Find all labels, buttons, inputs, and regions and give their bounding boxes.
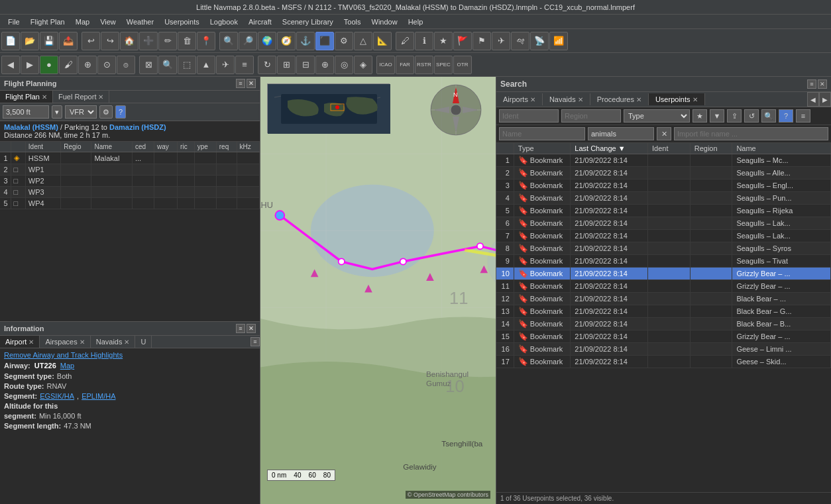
col-khz[interactable]: kHz: [237, 142, 260, 152]
altitude-down-btn[interactable]: ▾: [52, 105, 62, 119]
tab-navaids-close[interactable]: ✕: [124, 338, 129, 346]
map-mode2[interactable]: ◎: [335, 56, 353, 74]
traffic-btn[interactable]: ⊞: [277, 56, 296, 74]
table-row[interactable]: 10 🔖 Bookmark 21/09/2022 8:14 Grizzly Be…: [496, 268, 831, 280]
map-link[interactable]: Map: [60, 362, 74, 370]
col-ident[interactable]: Ident: [25, 142, 61, 152]
new-btn[interactable]: 📄: [1, 32, 20, 50]
view-zoom[interactable]: 🔍: [158, 56, 177, 74]
menu-flightplan[interactable]: Flight Plan: [25, 17, 70, 27]
filter-type-btn[interactable]: ▼: [710, 109, 724, 123]
save-btn[interactable]: 💾: [40, 32, 58, 50]
table-row[interactable]: 5 □ WP4: [0, 198, 260, 209]
segment-link2[interactable]: EPLIM/HA: [82, 392, 115, 400]
online2-btn[interactable]: 📶: [549, 32, 568, 50]
route-btn[interactable]: 📍: [197, 32, 215, 50]
ac-btn[interactable]: ✈: [492, 32, 510, 50]
table-row[interactable]: 5 🔖 Bookmark 21/09/2022 8:14 Seagulls – …: [496, 205, 831, 217]
info-options-btn[interactable]: ≡: [236, 324, 245, 333]
altitude-input[interactable]: [3, 105, 49, 119]
info-close-btn[interactable]: ✕: [247, 324, 256, 333]
table-row[interactable]: 6 🔖 Bookmark 21/09/2022 8:14 Seagulls – …: [496, 217, 831, 230]
rstr-btn[interactable]: RSTR: [415, 56, 433, 74]
tab-fuel-report[interactable]: Fuel Report ✕: [53, 91, 109, 103]
col-last-change[interactable]: Last Change ▼: [571, 143, 648, 154]
speed-btn[interactable]: ⊟: [296, 56, 315, 74]
flag-btn[interactable]: 🚩: [453, 32, 472, 50]
filter-info-btn[interactable]: ?: [779, 109, 793, 123]
green-btn[interactable]: ●: [40, 56, 58, 74]
filter-star-btn[interactable]: ★: [692, 109, 707, 123]
vor-btn[interactable]: ⌾: [117, 56, 135, 74]
flight-type-select[interactable]: VFR IFR: [65, 105, 97, 119]
icao-btn[interactable]: ICAO: [376, 56, 395, 74]
filter-more-btn[interactable]: ≡: [796, 109, 810, 123]
filter-reset-btn[interactable]: ↺: [744, 109, 759, 123]
tags-filter[interactable]: [588, 127, 654, 140]
menu-window[interactable]: Window: [366, 17, 403, 27]
tab-flight-plan-close[interactable]: ✕: [42, 93, 47, 101]
measure-btn[interactable]: 📐: [373, 32, 392, 50]
type-filter[interactable]: Type Bookmark VOR NDB: [624, 109, 690, 123]
track-btn[interactable]: △: [354, 32, 372, 50]
flight-plan-table[interactable]: Ident Regio Name ced way ric ype req kHz: [0, 142, 260, 321]
tab-airspaces-close[interactable]: ✕: [80, 338, 85, 346]
segment-link1[interactable]: EGSIK/HA: [40, 392, 74, 400]
tab-userpoints[interactable]: Userpoints ✕: [649, 93, 705, 105]
table-row[interactable]: 14 🔖 Bookmark 21/09/2022 8:14 Black Bear…: [496, 318, 831, 330]
table-row[interactable]: 12 🔖 Bookmark 21/09/2022 8:14 Black Bear…: [496, 293, 831, 305]
table-row[interactable]: 2 🔖 Bookmark 21/09/2022 8:14 Seagulls – …: [496, 167, 831, 179]
tab-airports[interactable]: Airports ✕: [496, 93, 543, 105]
settings-btn[interactable]: ⚙: [335, 32, 353, 50]
info-btn[interactable]: ℹ: [415, 32, 433, 50]
tab-navaids[interactable]: Navaids ✕: [91, 336, 136, 348]
flight-info-btn[interactable]: ?: [115, 105, 126, 119]
menu-userpoints[interactable]: Userpoints: [159, 17, 205, 27]
edit-btn[interactable]: ✏: [158, 32, 177, 50]
table-row[interactable]: 7 🔖 Bookmark 21/09/2022 8:14 Seagulls – …: [496, 230, 831, 242]
tab-u[interactable]: U: [135, 336, 152, 348]
table-row[interactable]: 3 □ WP2: [0, 176, 260, 187]
col-freq[interactable]: req: [216, 142, 237, 152]
info-nav-prev[interactable]: ≡: [250, 337, 260, 346]
zoom-in-btn[interactable]: 🔍: [219, 32, 238, 50]
search-nav-prev[interactable]: ◀: [807, 92, 819, 107]
menu-weather[interactable]: Weather: [121, 17, 159, 27]
view-mode5[interactable]: ≡: [235, 56, 254, 74]
col-way[interactable]: way: [154, 142, 177, 152]
far-btn[interactable]: FAR: [396, 56, 414, 74]
tab-navaids[interactable]: Navaids ✕: [543, 93, 590, 105]
search-close-btn[interactable]: ✕: [818, 79, 827, 89]
zoom-out-btn[interactable]: 🔎: [239, 32, 257, 50]
menu-scenery-library[interactable]: Scenery Library: [277, 17, 339, 27]
tab-fuel-report-close[interactable]: ✕: [98, 93, 103, 101]
tab-userpoints-close[interactable]: ✕: [692, 96, 698, 103]
view-mode3[interactable]: ▲: [197, 56, 215, 74]
ndb-btn[interactable]: ⊙: [97, 56, 116, 74]
col-proc[interactable]: ced: [132, 142, 154, 152]
home-btn[interactable]: 🏠: [120, 32, 138, 50]
back-btn[interactable]: ◀: [1, 56, 20, 74]
col-name[interactable]: Name: [732, 143, 831, 154]
col-type[interactable]: Type: [514, 143, 571, 154]
globe-btn[interactable]: 🌍: [258, 32, 276, 50]
col-region[interactable]: Region: [690, 143, 732, 154]
tab-airspaces[interactable]: Airspaces ✕: [40, 336, 90, 348]
col-type[interactable]: ype: [194, 142, 216, 152]
table-row[interactable]: 16 🔖 Bookmark 21/09/2022 8:14 Geese – Li…: [496, 343, 831, 356]
tab-airports-close[interactable]: ✕: [530, 96, 535, 103]
table-row[interactable]: 3 🔖 Bookmark 21/09/2022 8:14 Seagulls – …: [496, 179, 831, 192]
tab-flight-plan[interactable]: Flight Plan ✕: [0, 91, 53, 103]
undo-btn[interactable]: ↩: [82, 32, 100, 50]
open-btn[interactable]: 📂: [21, 32, 39, 50]
highlight-btn[interactable]: 🖌: [59, 56, 78, 74]
flight-options-btn[interactable]: ⚙: [99, 105, 113, 119]
online-btn[interactable]: 📡: [530, 32, 549, 50]
compass-btn[interactable]: 🧭: [277, 32, 296, 50]
view-mode2[interactable]: ⬚: [178, 56, 196, 74]
star-btn[interactable]: ★: [434, 32, 453, 50]
name-filter[interactable]: [499, 127, 585, 140]
redo-btn[interactable]: ↪: [101, 32, 119, 50]
menu-file[interactable]: File: [3, 17, 25, 27]
map-area[interactable]: HAHU EGSIK/HA Benishangul Gumuz 11 12 16…: [260, 77, 496, 504]
